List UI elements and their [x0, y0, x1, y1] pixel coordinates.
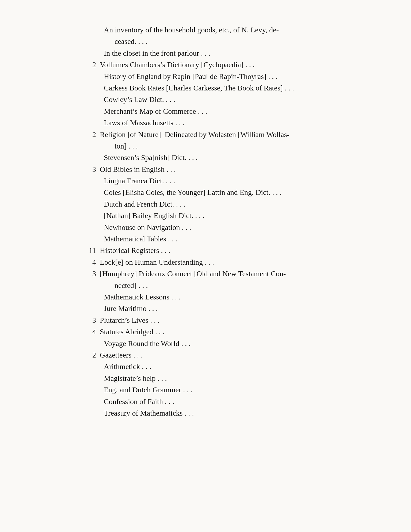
- entry-text: Religion [of Nature] Delineated by Wolas…: [100, 129, 326, 140]
- entry-text: Vollumes Chambers’s Dictionary [Cyclopae…: [100, 59, 326, 70]
- list-item: 11Historical Registers . . .: [85, 245, 326, 256]
- list-item: nected] . . .: [85, 280, 326, 291]
- list-item: Eng. and Dutch Grammer . . .: [85, 384, 326, 396]
- list-item: 2Gazetteers . . .: [85, 349, 326, 361]
- entry-number: 4: [85, 256, 100, 268]
- list-item: Jure Maritimo . . .: [85, 303, 326, 314]
- list-item: 4Statutes Abridged . . .: [85, 326, 326, 337]
- list-item: In the closet in the front parlour . . .: [85, 47, 326, 59]
- entry-text: Plutarch’s Lives . . .: [100, 314, 326, 326]
- list-item: 3[Humphrey] Prideaux Connect [Old and Ne…: [85, 268, 326, 279]
- list-item: Treasury of Mathematicks . . .: [85, 407, 326, 419]
- entry-number: 4: [85, 326, 100, 337]
- list-item: Lingua Franca Dict. . . .: [85, 175, 326, 187]
- entry-number: 11: [85, 245, 100, 256]
- entry-number: 3: [85, 164, 100, 175]
- entry-text: Old Bibles in English . . .: [100, 164, 326, 175]
- list-item: History of England by Rapin [Paul de Rap…: [85, 71, 326, 82]
- entry-text: Gazetteers . . .: [100, 349, 326, 361]
- list-item: Mathematick Lessons . . .: [85, 291, 326, 303]
- entry-number: 2: [85, 129, 100, 140]
- entry-text: Statutes Abridged . . .: [100, 326, 326, 337]
- entry-text: Historical Registers . . .: [100, 245, 326, 256]
- list-item: Mathematical Tables . . .: [85, 233, 326, 245]
- list-item: Voyage Round the World . . .: [85, 338, 326, 349]
- list-item: Stevensen’s Spa[nish] Dict. . . .: [85, 152, 326, 163]
- entry-text: Lock[e] on Human Understanding . . .: [100, 256, 326, 268]
- list-item: Carkess Book Rates [Charles Carkesse, Th…: [85, 82, 326, 94]
- list-item: 2Vollumes Chambers’s Dictionary [Cyclopa…: [85, 59, 326, 70]
- entry-number: 3: [85, 314, 100, 326]
- list-item: 2Religion [of Nature] Delineated by Wola…: [85, 129, 326, 140]
- list-item: Laws of Massachusetts . . .: [85, 117, 326, 128]
- page: An inventory of the household goods, etc…: [0, 0, 411, 532]
- list-item: Cowley’s Law Dict. . . .: [85, 94, 326, 105]
- list-item: ceased. . . .: [85, 36, 326, 47]
- list-item: 4Lock[e] on Human Understanding . . .: [85, 256, 326, 268]
- entry-number: 2: [85, 59, 100, 70]
- list-item: Dutch and French Dict. . . .: [85, 198, 326, 210]
- list-item: Merchant’s Map of Commerce . . .: [85, 105, 326, 117]
- list-item: Arithmetick . . .: [85, 361, 326, 372]
- list-item: An inventory of the household goods, etc…: [85, 24, 326, 36]
- list-item: 3Plutarch’s Lives . . .: [85, 314, 326, 326]
- list-item: ton] . . .: [85, 140, 326, 152]
- list-item: Magistrate’s help . . .: [85, 373, 326, 384]
- list-item: Coles [Elisha Coles, the Younger] Lattin…: [85, 187, 326, 198]
- list-item: Newhouse on Navigation . . .: [85, 222, 326, 233]
- entry-number: 3: [85, 268, 100, 279]
- list-item: [Nathan] Bailey English Dict. . . .: [85, 210, 326, 221]
- list-item: Confession of Faith . . .: [85, 396, 326, 407]
- content: An inventory of the household goods, etc…: [85, 24, 326, 419]
- entry-text: [Humphrey] Prideaux Connect [Old and New…: [100, 268, 326, 279]
- entry-number: 2: [85, 349, 100, 361]
- list-item: 3Old Bibles in English . . .: [85, 164, 326, 175]
